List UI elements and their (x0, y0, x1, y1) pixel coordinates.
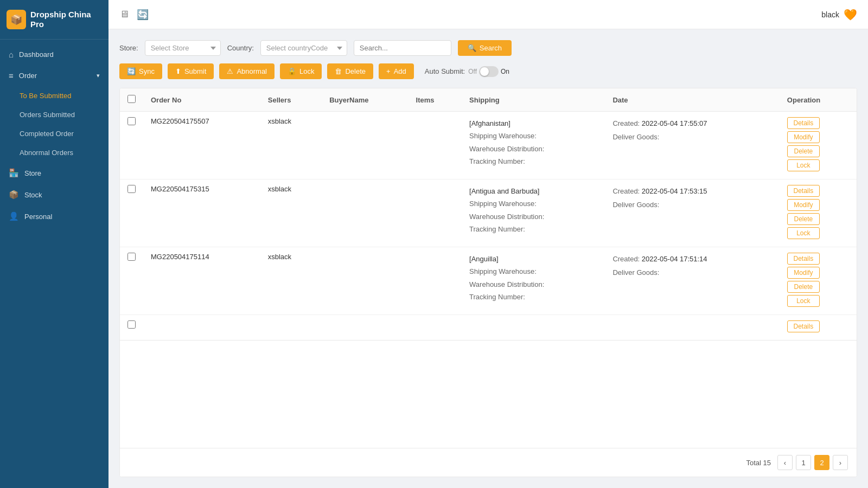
op-modify-button[interactable]: Modify (787, 199, 820, 211)
date (605, 315, 779, 341)
row-checkbox[interactable] (127, 320, 136, 329)
date: Created: 2022-05-04 17:55:07 Deliver Goo… (605, 112, 779, 179)
upload-icon: ⬆ (175, 67, 181, 75)
sidebar-item-to-be-submitted[interactable]: To Be Submitted (0, 86, 108, 105)
country-label: Country: (227, 44, 254, 52)
store-icon: 🏪 (9, 168, 19, 178)
op-details-button[interactable]: Details (787, 253, 820, 265)
operation-col: DetailsModifyDeleteLock (780, 112, 857, 179)
total-count: Total 15 (746, 459, 771, 467)
main-area: 🖥 🔄 black 🧡 Store: Select Store Country:… (108, 0, 868, 488)
shipping (462, 315, 605, 341)
auto-submit-label: Auto Submit: (425, 67, 465, 75)
sidebar-item-stock[interactable]: 📦 Stock (0, 184, 108, 206)
shipping: [Antigua and Barbuda] Shipping Warehouse… (462, 179, 605, 247)
sidebar-item-abnormal-orders[interactable]: Abnormal Orders (0, 143, 108, 162)
toggle-off-label: Off (468, 68, 477, 75)
page-2-button[interactable]: 2 (814, 455, 829, 470)
lock-icon: 🔒 (288, 67, 296, 75)
row-checkbox[interactable] (127, 117, 136, 125)
submit-button[interactable]: ⬆ Submit (168, 63, 214, 79)
col-sellers: Sellers (260, 88, 322, 112)
stock-icon: 📦 (9, 190, 19, 200)
auto-submit-toggle[interactable] (479, 66, 499, 77)
select-all-checkbox[interactable] (127, 95, 136, 103)
sellers (260, 315, 322, 341)
sidebar-sub-label: Abnormal Orders (20, 149, 73, 157)
search-button[interactable]: 🔍 Search (458, 40, 512, 56)
sidebar-item-label: Order (19, 72, 37, 80)
action-row: 🔄 Sync ⬆ Submit ⚠ Abnormal 🔒 Lock 🗑 Dele… (119, 63, 857, 79)
table-scroll[interactable]: Order No Sellers BuyerName Items Shippin… (120, 88, 857, 448)
monitor-icon[interactable]: 🖥 (119, 9, 129, 20)
shipping: [Anguilla] Shipping Warehouse: Warehouse… (462, 247, 605, 315)
op-lock-button[interactable]: Lock (787, 295, 820, 307)
search-icon: 🔍 (468, 44, 476, 52)
op-delete-button[interactable]: Delete (787, 213, 820, 225)
add-button[interactable]: + Add (379, 63, 414, 79)
op-modify-button[interactable]: Modify (787, 267, 820, 279)
toggle-knob (480, 67, 489, 76)
table-row: MG220504175114 xsblack [Anguilla] Shippi… (120, 247, 857, 315)
order-no: MG220504175507 (143, 112, 260, 179)
sidebar-item-label: Stock (24, 191, 42, 199)
op-details-button[interactable]: Details (787, 117, 820, 129)
abnormal-button[interactable]: ⚠ Abnormal (219, 63, 275, 79)
op-details-button[interactable]: Details (787, 320, 820, 332)
buyer-name (322, 112, 408, 179)
sync-button[interactable]: 🔄 Sync (119, 63, 162, 79)
lock-button[interactable]: 🔒 Lock (280, 63, 322, 79)
page-1-button[interactable]: 1 (796, 455, 811, 470)
delete-button[interactable]: 🗑 Delete (327, 63, 373, 79)
sidebar: 📦 Dropship China Pro ⌂ Dashboard ≡ Order… (0, 0, 108, 488)
op-lock-button[interactable]: Lock (787, 227, 820, 239)
add-icon: + (386, 67, 391, 75)
col-buyer-name: BuyerName (322, 88, 408, 112)
op-modify-button[interactable]: Modify (787, 131, 820, 143)
sidebar-item-store[interactable]: 🏪 Store (0, 162, 108, 184)
row-checkbox[interactable] (127, 185, 136, 193)
sidebar-nav: ⌂ Dashboard ≡ Order ▾ To Be Submitted Or… (0, 40, 108, 488)
store-select[interactable]: Select Store (145, 40, 221, 56)
items (409, 112, 462, 179)
content-area: Store: Select Store Country: Select coun… (108, 29, 868, 488)
sidebar-item-completed-order[interactable]: Completed Order (0, 124, 108, 143)
prev-page-button[interactable]: ‹ (777, 455, 793, 470)
col-items: Items (409, 88, 462, 112)
sidebar-item-order[interactable]: ≡ Order ▾ (0, 65, 108, 86)
items (409, 179, 462, 247)
search-input[interactable] (354, 40, 451, 56)
row-checkbox[interactable] (127, 253, 136, 261)
date: Created: 2022-05-04 17:53:15 Deliver Goo… (605, 179, 779, 247)
table-row: MG220504175315 xsblack [Antigua and Barb… (120, 179, 857, 247)
next-page-button[interactable]: › (833, 455, 848, 470)
toggle-wrap: Off On (468, 66, 509, 77)
personal-icon: 👤 (9, 211, 19, 221)
user-avatar-icon: 🧡 (844, 8, 857, 21)
table-row: Details (120, 315, 857, 341)
sidebar-item-orders-submitted[interactable]: Orders Submitted (0, 105, 108, 124)
pagination: Total 15 ‹ 1 2 › (120, 448, 857, 477)
sidebar-item-label: Dashboard (19, 50, 54, 59)
auto-submit-control: Auto Submit: Off On (425, 66, 509, 77)
buyer-name (322, 179, 408, 247)
op-details-button[interactable]: Details (787, 185, 820, 197)
op-delete-button[interactable]: Delete (787, 281, 820, 293)
toggle-on-label: On (501, 68, 509, 75)
sync-icon: 🔄 (127, 67, 136, 75)
operation-col: Details (780, 315, 857, 341)
sidebar-item-personal[interactable]: 👤 Personal (0, 206, 108, 227)
refresh-icon[interactable]: 🔄 (137, 9, 149, 21)
chevron-down-icon: ▾ (97, 72, 100, 79)
op-lock-button[interactable]: Lock (787, 159, 820, 171)
op-delete-button[interactable]: Delete (787, 145, 820, 157)
buyer-name (322, 315, 408, 341)
delete-icon: 🗑 (335, 67, 342, 75)
sidebar-item-dashboard[interactable]: ⌂ Dashboard (0, 44, 108, 65)
sidebar-sub-label: Completed Order (20, 130, 74, 138)
shipping: [Afghanistan] Shipping Warehouse: Wareho… (462, 112, 605, 179)
topbar: 🖥 🔄 black 🧡 (108, 0, 868, 29)
order-no: MG220504175315 (143, 179, 260, 247)
col-shipping: Shipping (462, 88, 605, 112)
country-select[interactable]: Select countryCode (260, 40, 347, 56)
